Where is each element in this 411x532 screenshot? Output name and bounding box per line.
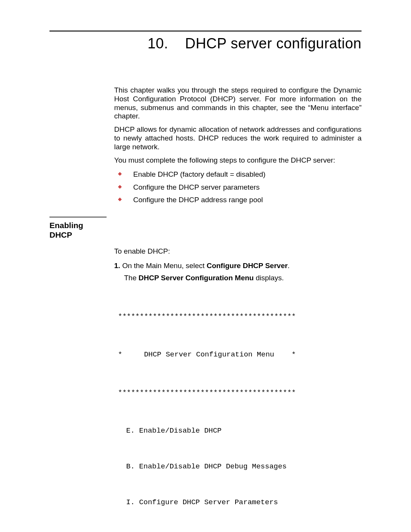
step-1-post: . [288,262,290,270]
intro-para-2: DHCP allows for dynamic allocation of ne… [114,125,362,151]
step-1-pre: On the Main Menu, select [122,262,207,270]
section-heading: Enabling DHCP [49,220,362,240]
menu-title: * DHCP Server Configuration Menu * [118,349,362,361]
menu-display: ****************************************… [118,287,362,532]
menu-item: B. Enable/Disable DHCP Debug Messages [122,461,362,473]
bullet-item: Configure the DHCP server parameters [114,182,362,193]
section-column: To enable DHCP: 1. On the Main Menu, sel… [114,247,362,532]
menu-border-top: ****************************************… [118,311,362,323]
intro-para-3: You must complete the following steps to… [114,156,362,165]
step-1: 1. On the Main Menu, select Configure DH… [114,260,362,283]
menu-item: E. Enable/Disable DHCP [122,425,362,437]
document-page: 10. DHCP server configuration This chapt… [0,0,411,532]
section-heading-line2: DHCP [49,230,72,239]
chapter-title-text: DHCP server configuration [185,35,362,51]
step-1-sub-post: displays. [254,274,284,282]
bullet-item: Configure the DHCP address range pool [114,195,362,205]
step-1-sub: The DHCP Server Configuration Menu displ… [114,273,362,283]
step-1-sub-pre: The [124,274,139,282]
step-1-sub-bold: DHCP Server Configuration Menu [139,274,254,282]
menu-item: I. Configure DHCP Server Parameters [122,497,362,508]
step-1-bold: Configure DHCP Server [207,262,288,270]
intro-bullets: Enable DHCP (factory default = disabled)… [114,169,362,205]
chapter-title: 10. DHCP server configuration [49,35,362,52]
section-heading-line1: Enabling [49,221,83,230]
section-lead: To enable DHCP: [114,247,362,256]
step-number: 1. [114,262,120,270]
chapter-number: 10. [148,35,168,51]
section-rule [49,217,107,217]
intro-para-1: This chapter walks you through the steps… [114,86,362,121]
bullet-item: Enable DHCP (factory default = disabled) [114,169,362,180]
top-rule [49,30,362,32]
intro-column: This chapter walks you through the steps… [114,86,362,205]
menu-border-bottom: ****************************************… [118,387,362,399]
step-1-line: 1. On the Main Menu, select Configure DH… [114,260,362,271]
